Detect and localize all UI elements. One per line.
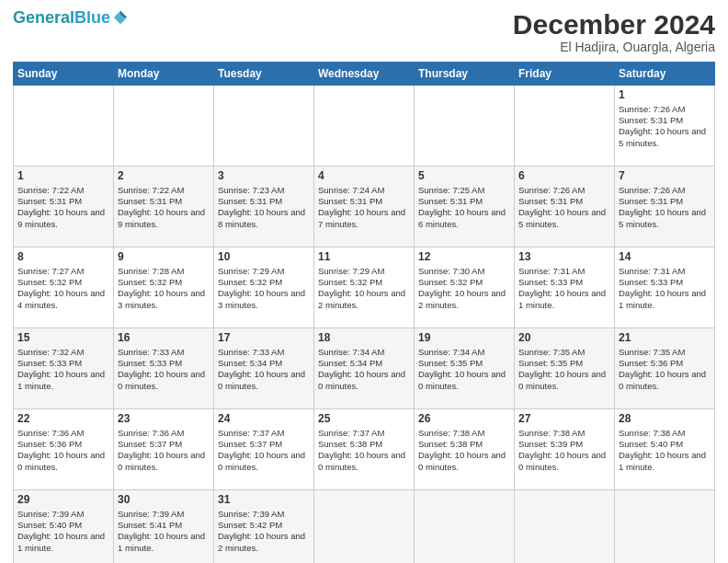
daylight-label: Daylight: 10 hours and 2 minutes. [418,288,506,309]
day-number: 8 [17,250,109,265]
sunrise-label: Sunrise: 7:36 AM [17,428,84,438]
sunrise-label: Sunrise: 7:31 AM [619,266,685,276]
day-number: 23 [118,412,210,427]
table-row: 13 Sunrise: 7:31 AM Sunset: 5:33 PM Dayl… [515,247,615,328]
day-number: 2 [118,169,210,184]
sunrise-label: Sunrise: 7:26 AM [518,185,585,195]
daylight-label: Daylight: 10 hours and 9 minutes. [17,207,105,228]
day-number: 1 [17,169,109,184]
col-thursday: Thursday [415,63,515,86]
table-row: 17 Sunrise: 7:33 AM Sunset: 5:34 PM Dayl… [214,328,314,409]
logo: GeneralBlue [13,9,129,28]
sunset-label: Sunset: 5:33 PM [118,358,182,368]
day-number: 11 [318,250,410,265]
sunrise-label: Sunrise: 7:36 AM [118,428,184,438]
sunrise-label: Sunrise: 7:37 AM [218,428,284,438]
table-row: 18 Sunrise: 7:34 AM Sunset: 5:34 PM Dayl… [314,328,415,409]
sunrise-label: Sunrise: 7:22 AM [17,185,84,195]
table-row [515,490,615,564]
table-row: 25 Sunrise: 7:37 AM Sunset: 5:38 PM Dayl… [314,409,415,490]
day-number: 30 [118,493,210,508]
sunrise-label: Sunrise: 7:35 AM [619,347,685,357]
daylight-label: Daylight: 10 hours and 0 minutes. [17,450,105,471]
sunset-label: Sunset: 5:31 PM [318,196,382,206]
day-number: 19 [418,331,510,346]
header: GeneralBlue December 2024 El Hadjira, Ou… [13,9,715,54]
sunrise-label: Sunrise: 7:26 AM [619,104,685,114]
table-row: 26 Sunrise: 7:38 AM Sunset: 5:38 PM Dayl… [415,409,515,490]
table-row: 22 Sunrise: 7:36 AM Sunset: 5:36 PM Dayl… [14,409,114,490]
sunrise-label: Sunrise: 7:39 AM [218,509,284,519]
day-number: 26 [418,412,510,427]
day-number: 10 [218,250,310,265]
sunset-label: Sunset: 5:35 PM [418,358,483,368]
daylight-label: Daylight: 10 hours and 0 minutes. [318,369,405,390]
daylight-label: Daylight: 10 hours and 1 minute. [118,531,205,552]
table-row: 19 Sunrise: 7:34 AM Sunset: 5:35 PM Dayl… [415,328,515,409]
table-row [515,86,615,167]
sunset-label: Sunset: 5:41 PM [118,520,182,530]
sunset-label: Sunset: 5:31 PM [518,196,583,206]
sunset-label: Sunset: 5:40 PM [17,520,82,530]
table-row: 14 Sunrise: 7:31 AM Sunset: 5:33 PM Dayl… [615,247,715,328]
daylight-label: Daylight: 10 hours and 6 minutes. [418,207,506,228]
page-container: GeneralBlue December 2024 El Hadjira, Ou… [0,0,728,563]
sunrise-label: Sunrise: 7:33 AM [118,347,184,357]
table-row: 23 Sunrise: 7:36 AM Sunset: 5:37 PM Dayl… [114,409,214,490]
sunrise-label: Sunrise: 7:24 AM [318,185,384,195]
table-row: 30 Sunrise: 7:39 AM Sunset: 5:41 PM Dayl… [114,490,214,564]
day-number: 9 [118,250,210,265]
main-title: December 2024 [513,9,715,40]
daylight-label: Daylight: 10 hours and 0 minutes. [619,369,706,390]
sunset-label: Sunset: 5:37 PM [218,439,282,449]
day-number: 20 [518,331,610,346]
calendar-row: 8 Sunrise: 7:27 AM Sunset: 5:32 PM Dayli… [14,247,715,328]
day-number: 14 [619,250,711,265]
daylight-label: Daylight: 10 hours and 0 minutes. [318,450,405,471]
col-monday: Monday [114,63,214,86]
daylight-label: Daylight: 10 hours and 1 minute. [518,288,606,309]
daylight-label: Daylight: 10 hours and 1 minute. [17,531,105,552]
daylight-label: Daylight: 10 hours and 2 minutes. [318,288,405,309]
day-number: 28 [619,412,711,427]
header-row: Sunday Monday Tuesday Wednesday Thursday… [14,63,715,86]
sunrise-label: Sunrise: 7:29 AM [318,266,384,276]
sunset-label: Sunset: 5:40 PM [619,439,683,449]
sunrise-label: Sunrise: 7:33 AM [218,347,284,357]
table-row: 6 Sunrise: 7:26 AM Sunset: 5:31 PM Dayli… [515,167,615,247]
daylight-label: Daylight: 10 hours and 5 minutes. [619,207,706,228]
table-row: 2 Sunrise: 7:22 AM Sunset: 5:31 PM Dayli… [114,167,214,247]
day-number: 3 [218,169,310,184]
sunrise-label: Sunrise: 7:27 AM [17,266,84,276]
table-row: 5 Sunrise: 7:25 AM Sunset: 5:31 PM Dayli… [415,167,515,247]
calendar-body: 1 Sunrise: 7:26 AM Sunset: 5:31 PM Dayli… [14,86,715,564]
sunset-label: Sunset: 5:32 PM [218,277,282,287]
sunrise-label: Sunrise: 7:35 AM [518,347,585,357]
table-row: 27 Sunrise: 7:38 AM Sunset: 5:39 PM Dayl… [515,409,615,490]
sunrise-label: Sunrise: 7:30 AM [418,266,484,276]
day-number: 17 [218,331,310,346]
calendar-table: Sunday Monday Tuesday Wednesday Thursday… [13,62,715,563]
day-number: 1 [619,88,711,103]
sunset-label: Sunset: 5:38 PM [418,439,483,449]
sunset-label: Sunset: 5:36 PM [619,358,683,368]
day-number: 13 [518,250,610,265]
daylight-label: Daylight: 10 hours and 3 minutes. [118,288,205,309]
day-number: 12 [418,250,510,265]
logo-blue: Blue [74,8,110,27]
daylight-label: Daylight: 10 hours and 0 minutes. [518,369,606,390]
table-row: 3 Sunrise: 7:23 AM Sunset: 5:31 PM Dayli… [214,167,314,247]
logo-content: GeneralBlue [13,9,129,28]
table-row: 24 Sunrise: 7:37 AM Sunset: 5:37 PM Dayl… [214,409,314,490]
table-row [314,86,415,167]
calendar-header: Sunday Monday Tuesday Wednesday Thursday… [14,63,715,86]
day-number: 27 [518,412,610,427]
day-number: 15 [17,331,109,346]
daylight-label: Daylight: 10 hours and 5 minutes. [619,126,706,147]
table-row [314,490,415,564]
day-number: 7 [619,169,711,184]
calendar-row: 1 Sunrise: 7:22 AM Sunset: 5:31 PM Dayli… [14,167,715,247]
day-number: 29 [17,493,109,508]
sunrise-label: Sunrise: 7:23 AM [218,185,284,195]
daylight-label: Daylight: 10 hours and 4 minutes. [17,288,105,309]
